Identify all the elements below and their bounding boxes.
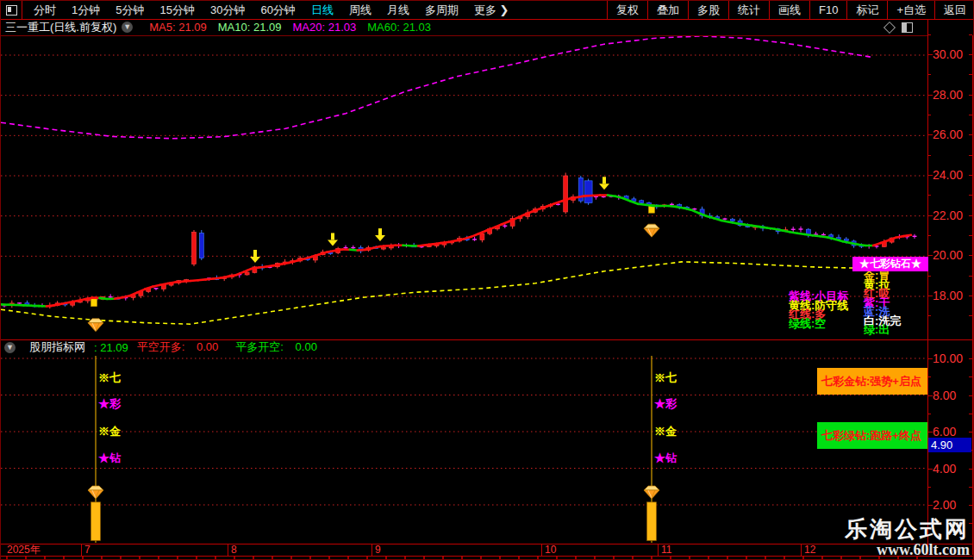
minor-time-tick: [139, 557, 140, 560]
minor-time-tick: [25, 557, 27, 560]
ma-value: MA5: 21.09: [149, 21, 207, 34]
indicator-tick-label: 4.00: [933, 462, 972, 476]
signal-letter: ★钻: [654, 451, 677, 464]
year-label: 2025年: [7, 544, 41, 556]
month-label: 11: [661, 544, 671, 556]
ma-value: MA20: 21.03: [293, 21, 357, 34]
stat-close-short-open-long: 平空开多: 0.00: [137, 339, 228, 355]
minor-time-tick: [746, 557, 747, 560]
period-tab[interactable]: 5分钟: [108, 3, 152, 18]
watermark-url: www.60lt.com: [845, 541, 970, 558]
toolbar-button[interactable]: 画线: [769, 1, 809, 19]
top-menu-bar: 分时1分钟5分钟15分钟30分钟60分钟日线周线月线多周期更多 ❯ 复权叠加多股…: [1, 1, 974, 20]
period-tab[interactable]: 周线: [341, 3, 379, 18]
chevron-down-icon[interactable]: ▼: [122, 22, 133, 33]
period-tab[interactable]: 15分钟: [152, 3, 202, 18]
month-divider: [81, 544, 82, 556]
indicator-tick-label: 8.00: [933, 389, 972, 402]
right-border: [972, 35, 973, 555]
minor-time-tick: [689, 557, 690, 560]
signal-letter: ※金: [98, 425, 122, 438]
period-tab[interactable]: 日线: [303, 3, 341, 18]
window-icon[interactable]: [1, 1, 22, 19]
toolbar-button[interactable]: +自选: [887, 1, 934, 19]
price-tick-label: 22.00: [933, 208, 972, 222]
ma-value: MA10: 21.09: [218, 21, 282, 34]
month-divider: [658, 544, 659, 556]
symbol-title: 三一重工(日线.前复权): [5, 20, 116, 35]
period-menu: 分时1分钟5分钟15分钟30分钟60分钟日线周线月线多周期更多 ❯: [26, 3, 516, 18]
minor-time-tick: [840, 557, 842, 560]
diamond-signal-label: ★七彩钻石★: [852, 257, 928, 271]
tool-menu: 复权叠加多股统计画线F10标记+自选返回: [607, 1, 974, 19]
minor-time-tick: [215, 557, 216, 560]
legend-lines: 紫线:小目标黄线:防守线红线:多绿线:空: [789, 292, 848, 328]
period-tab[interactable]: 更多 ❯: [466, 3, 517, 18]
stat-close-long-open-short: 平多开空: 0.00: [235, 339, 326, 355]
indicator-tick-label: 2.00: [933, 498, 972, 512]
month-divider: [371, 544, 372, 556]
watermark: 乐淘公式网 www.60lt.com: [845, 518, 970, 558]
period-tab[interactable]: 月线: [379, 3, 417, 18]
month-label: 12: [804, 544, 815, 556]
minor-time-tick: [765, 557, 766, 560]
toolbar-button[interactable]: 复权: [607, 1, 647, 19]
toolbar-button[interactable]: 多股: [688, 1, 728, 19]
minor-time-tick: [727, 557, 728, 560]
minor-time-tick: [556, 557, 558, 560]
minor-time-tick: [290, 557, 292, 560]
minor-time-tick: [537, 557, 539, 560]
month-divider: [228, 544, 228, 556]
price-tick-label: 20.00: [933, 248, 972, 262]
minor-time-tick: [784, 557, 785, 560]
indicator-title: 股朋指标网: [29, 339, 85, 355]
minor-time-tick: [385, 557, 387, 560]
minor-time-tick: [82, 557, 84, 560]
axis-divider: [927, 20, 928, 555]
indicator-plot[interactable]: ※七★彩※金★钻※七★彩※金★钻: [1, 354, 927, 544]
ma-values: MA5: 21.09MA10: 21.09MA20: 21.03MA60: 21…: [138, 21, 431, 34]
minor-time-tick: [670, 557, 671, 560]
chart-title-bar: 三一重工(日线.前复权) ▼ MA5: 21.09MA10: 21.09MA20…: [1, 19, 974, 35]
indicator-header: ▼ 股朋指标网 : 21.09 平空开多: 0.00 平多开空: 0.00: [1, 340, 974, 354]
toolbar-button[interactable]: 返回: [934, 1, 974, 19]
price-tick-label: 24.00: [933, 168, 972, 182]
indicator-tick-label: 10.00: [933, 352, 972, 365]
period-tab[interactable]: 30分钟: [203, 3, 253, 18]
minor-time-tick: [423, 557, 425, 560]
bottom-tick-strip: [1, 556, 974, 560]
minor-time-tick: [177, 557, 178, 560]
time-axis: 2025年 789101112: [1, 544, 974, 557]
signal-letter: ※七: [98, 371, 121, 384]
minor-time-tick: [594, 557, 596, 560]
green-diamond-signal-box: 七彩绿钻:跑路+终点: [817, 422, 927, 449]
toolbar-button[interactable]: 统计: [728, 1, 769, 19]
minor-time-tick: [272, 557, 273, 560]
period-tab[interactable]: 分时: [26, 3, 64, 18]
minor-time-tick: [158, 557, 159, 560]
diamond-icon[interactable]: [883, 21, 896, 33]
toolbar-button[interactable]: F10: [809, 1, 846, 19]
current-value-badge: 4.90: [928, 438, 971, 452]
minor-time-tick: [821, 557, 823, 560]
split-window-icon[interactable]: [902, 22, 913, 33]
minor-time-tick: [6, 557, 8, 560]
minor-time-tick: [651, 557, 652, 560]
chevron-down-icon[interactable]: ▼: [4, 342, 16, 353]
minor-time-tick: [708, 557, 709, 560]
month-label: 7: [84, 544, 91, 556]
period-tab[interactable]: 多周期: [417, 3, 466, 18]
toolbar-button[interactable]: 标记: [846, 1, 887, 19]
price-tick-label: 28.00: [933, 88, 972, 102]
period-tab[interactable]: 1分钟: [64, 3, 108, 18]
toolbar-button[interactable]: 叠加: [647, 1, 688, 19]
month-label: 8: [231, 544, 237, 556]
period-tab[interactable]: 60分钟: [253, 3, 303, 18]
minor-time-tick: [632, 557, 634, 560]
signal-letter: ★彩: [98, 397, 122, 410]
minor-time-tick: [366, 557, 368, 560]
minor-time-tick: [44, 557, 46, 560]
signal-letter: ※七: [654, 371, 677, 384]
app-window: 分时1分钟5分钟15分钟30分钟60分钟日线周线月线多周期更多 ❯ 复权叠加多股…: [0, 0, 974, 560]
legend-diamond-colors: 金:冒黄:拉红:吸紫:干蓝:洗白:洗完绿:出: [864, 271, 901, 335]
